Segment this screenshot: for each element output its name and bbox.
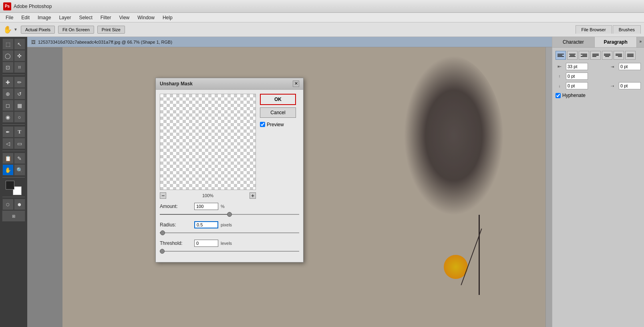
threshold-input[interactable] [194,240,218,247]
menu-select[interactable]: Select [75,14,96,21]
menu-file[interactable]: File [2,14,17,21]
healing-brush-tool[interactable]: ✚ [2,77,14,88]
hanging-indent-input[interactable] [619,82,641,89]
app-icon: Ps [3,2,11,10]
zoom-out-button[interactable]: − [160,192,166,199]
hanging-indent-icon: ⇢ [608,84,616,88]
left-toolbar: ⬚ ↖ ◯ ✜ ⊡ ⌗ ✚ ✏ ⊕ ↺ ◻ ▦ ◉ ○ ✒ [0,37,27,327]
menu-layer[interactable]: Layer [55,14,75,21]
paragraph-tab[interactable]: Paragraph [595,37,637,47]
preview-label: Preview [267,122,284,127]
hand-icon: ✋ [3,25,12,34]
justify-right-button[interactable] [614,51,624,60]
clone-stamp-tool[interactable]: ⊕ [2,88,14,99]
actual-pixels-button[interactable]: Actual Pixels [21,26,55,34]
dodge-tool[interactable]: ○ [14,111,25,123]
space-after-icon: ↓ [555,84,564,88]
radius-input[interactable] [194,221,218,228]
palette-tabs: File Browser Brushes [576,25,641,34]
foreground-color-swatch[interactable] [6,181,14,190]
space-before-icon: ↑ [555,74,564,79]
preview-canvas[interactable] [160,94,256,190]
toolbar-row-modes: ⬡ ⬢ [2,199,25,210]
crop-tool[interactable]: ⊡ [2,62,14,73]
threshold-unit: levels [221,241,232,246]
gradient-tool[interactable]: ▦ [14,100,25,111]
radius-label-row: Radius: pixels [160,221,299,228]
space-after-row: ↓ ⇢ [555,82,641,89]
menu-image[interactable]: Image [34,14,55,21]
alignment-row [555,51,641,60]
preview-checkbox-row: Preview [260,122,299,127]
notes-tool[interactable]: 📋 [2,153,14,164]
blur-tool[interactable]: ◉ [2,111,14,123]
menu-edit[interactable]: Edit [17,14,34,21]
eyedropper-tool[interactable]: ✎ [14,153,25,164]
justify-center-button[interactable] [602,51,612,60]
menu-view[interactable]: View [115,14,133,21]
amount-input[interactable] [194,203,218,210]
color-swatches[interactable] [6,181,22,195]
toolbar-row-11: ✋ 🔍 [2,164,25,176]
amount-slider[interactable] [160,212,299,217]
ok-button[interactable]: OK [260,94,296,105]
slice-tool[interactable]: ⌗ [14,62,25,73]
zoom-tool[interactable]: 🔍 [14,164,25,176]
eraser-tool[interactable]: ◻ [2,100,14,111]
type-tool[interactable]: T [14,126,25,137]
justify-left-button[interactable] [590,51,601,60]
menu-window[interactable]: Window [133,14,159,21]
space-after-input[interactable] [566,82,588,89]
toolbar-row-2: ◯ ✜ [2,50,25,61]
menu-filter[interactable]: Filter [97,14,115,21]
path-selection-tool[interactable]: ◁ [2,138,14,149]
move-tool[interactable]: ↖ [14,38,25,50]
quick-select-tool[interactable]: ✜ [14,50,25,61]
justify-all-button[interactable] [625,51,636,60]
indent-row-1: ⇤ ⇥ [555,63,641,70]
standard-mode[interactable]: ⬢ [14,199,25,210]
pen-tool[interactable]: ✒ [2,126,14,137]
brush-tool[interactable]: ✏ [14,77,25,88]
menu-help[interactable]: Help [159,14,177,21]
options-bar: ✋ ▼ Actual Pixels Fit On Screen Print Si… [0,22,644,37]
panel-tabs: Character Paragraph » [552,37,644,48]
preview-checkbox[interactable] [260,122,265,127]
align-center-button[interactable] [567,51,578,60]
canvas-area: 🖼 1253733416d702c7abeeadc4c031a7ff.jpg @… [27,37,552,327]
file-browser-tab[interactable]: File Browser [576,25,612,34]
marquee-tool[interactable]: ⬚ [2,38,14,50]
screen-mode[interactable]: ⊞ [2,210,25,222]
print-size-button[interactable]: Print Size [97,26,125,34]
indent-right-icon: ⇥ [608,65,616,69]
shape-tool[interactable]: ▭ [14,138,25,149]
space-before-input[interactable] [566,73,588,80]
hyphenate-checkbox[interactable] [555,93,561,98]
dialog-close-button[interactable]: ✕ [293,81,299,87]
indent-right-input[interactable] [619,63,641,70]
panel-expand-button[interactable]: » [637,37,644,47]
threshold-slider[interactable] [160,248,299,254]
hand-tool[interactable]: ✋ [2,164,14,176]
threshold-slider-row: Threshold: levels [160,240,299,254]
toolbar-row-3: ⊡ ⌗ [2,62,25,73]
preview-zoom-controls: − 100% + [160,192,256,199]
zoom-in-button[interactable]: + [250,192,256,199]
radius-slider[interactable] [160,230,299,236]
align-right-button[interactable] [579,51,589,60]
radius-slider-row: Radius: pixels [160,221,299,236]
lasso-tool[interactable]: ◯ [2,50,14,61]
quick-mask-mode[interactable]: ⬡ [2,199,14,210]
character-tab[interactable]: Character [552,37,595,47]
align-left-button[interactable] [555,51,566,60]
amount-slider-row: Amount: % [160,203,299,217]
hand-dropdown-icon[interactable]: ▼ [14,27,18,32]
amount-unit: % [221,204,225,209]
amount-label: Amount: [160,204,192,209]
cancel-button[interactable]: Cancel [260,107,296,118]
indent-left-input[interactable] [566,63,588,70]
brushes-tab[interactable]: Brushes [613,25,641,34]
history-brush-tool[interactable]: ↺ [14,88,25,99]
fit-on-screen-button[interactable]: Fit On Screen [58,26,94,34]
right-panel: Character Paragraph » [552,37,644,327]
